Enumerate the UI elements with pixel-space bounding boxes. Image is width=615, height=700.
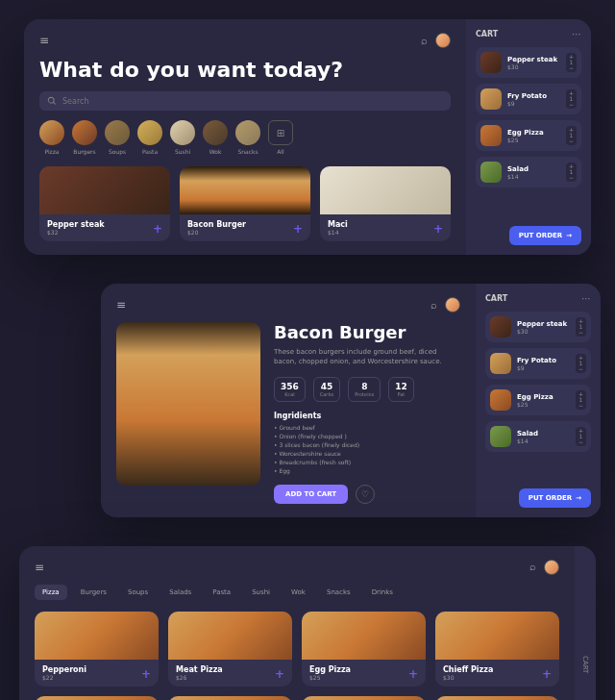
menu-icon[interactable]: ≡: [35, 561, 44, 574]
cart-more-icon[interactable]: ⋯: [572, 29, 581, 39]
quantity-stepper[interactable]: + 1 −: [576, 354, 586, 373]
food-card[interactable]: Montana $28 +: [302, 696, 426, 700]
tab-burgers[interactable]: Burgers: [73, 585, 114, 600]
food-card[interactable]: Four Seasons $24 +: [35, 696, 159, 700]
cart-more-icon[interactable]: ⋯: [581, 293, 591, 304]
put-order-button[interactable]: PUT ORDER→: [509, 226, 581, 245]
ingredient-item: • Onion (finely chopped ): [274, 432, 460, 440]
food-card[interactable]: Home Pizza $20 +: [168, 696, 292, 700]
category-item[interactable]: Sushi: [170, 120, 195, 155]
tab-snacks[interactable]: Snacks: [319, 585, 358, 600]
menu-icon[interactable]: ≡: [39, 34, 49, 47]
add-button[interactable]: +: [408, 667, 418, 681]
cart-item-price: $9: [507, 100, 560, 107]
tab-wok[interactable]: Wok: [283, 585, 313, 600]
search-input-wrapper[interactable]: [39, 91, 451, 111]
ingredient-item: • Ground beef: [274, 423, 460, 432]
tab-pasta[interactable]: Pasta: [205, 585, 238, 600]
card-body: Maci $14 +: [320, 214, 451, 241]
home-main: ≡ ⌕ What do you want today? Pizza Burger…: [24, 19, 466, 255]
card-body: Egg Pizza $25 +: [302, 660, 426, 687]
cart-item-price: $25: [517, 401, 570, 408]
card-price: $26: [176, 674, 223, 681]
search-icon[interactable]: ⌕: [421, 35, 428, 47]
tab-sushi[interactable]: Sushi: [244, 585, 278, 600]
tab-drinks[interactable]: Drinks: [364, 585, 401, 600]
add-button[interactable]: +: [153, 222, 162, 236]
put-order-button[interactable]: PUT ORDER→: [519, 488, 591, 508]
quantity-stepper[interactable]: + 1 −: [576, 390, 586, 410]
ingredient-item: • Worcestershire sauce: [274, 449, 460, 458]
quantity-stepper[interactable]: + 1 −: [566, 53, 577, 72]
category-item[interactable]: Pizza: [39, 120, 64, 155]
minus-icon[interactable]: −: [569, 138, 574, 144]
tab-soups[interactable]: Soups: [120, 585, 156, 600]
detail-main: ≡ ⌕ Bacon Burger These bacon burgers inc…: [101, 284, 476, 517]
category-item[interactable]: Wok: [203, 120, 228, 155]
category-image: [235, 120, 260, 145]
detail-content: Bacon Burger These bacon burgers include…: [116, 322, 460, 504]
card-price: $20: [187, 229, 246, 236]
tab-pizza[interactable]: Pizza: [35, 585, 67, 600]
add-button[interactable]: +: [433, 222, 443, 236]
card-price: $25: [309, 674, 351, 681]
favorite-button[interactable]: ♡: [356, 485, 375, 504]
cart-item-image: [480, 162, 502, 183]
food-card[interactable]: Egg Pizza $25 +: [302, 612, 426, 687]
food-card[interactable]: Bacon Burger $20 +: [180, 166, 310, 241]
category-item[interactable]: Pasta: [137, 120, 162, 155]
add-to-cart-button[interactable]: ADD TO CART: [274, 485, 348, 504]
search-icon[interactable]: ⌕: [529, 561, 536, 573]
cart-list: Pepper steak $30 + 1 − Fry Potato $9 +: [476, 47, 581, 193]
food-card[interactable]: Chieff Pizza $30 +: [435, 612, 559, 687]
food-card[interactable]: Pepper steak $32 +: [39, 166, 170, 241]
category-item[interactable]: Snacks: [235, 120, 260, 155]
ingredients-list: • Ground beef• Onion (finely chopped )• …: [274, 423, 460, 475]
detail-panel: ≡ ⌕ Bacon Burger These bacon burgers inc…: [101, 284, 601, 517]
card-name: Pepper steak: [47, 220, 105, 229]
search-input[interactable]: [62, 97, 443, 106]
minus-icon[interactable]: −: [578, 366, 583, 372]
cart-item-text: Fry Potato $9: [507, 92, 560, 107]
quantity-stepper[interactable]: + 1 −: [566, 126, 577, 145]
tab-salads[interactable]: Salads: [161, 585, 199, 600]
minus-icon[interactable]: −: [578, 403, 583, 409]
minus-icon[interactable]: −: [569, 102, 574, 108]
category-item[interactable]: Burgers: [72, 120, 97, 155]
add-button[interactable]: +: [141, 667, 151, 681]
minus-icon[interactable]: −: [578, 330, 583, 336]
category-item[interactable]: Soups: [105, 120, 130, 155]
quantity-stepper[interactable]: + 1 −: [576, 427, 586, 446]
add-button[interactable]: +: [293, 222, 303, 236]
quantity-stepper[interactable]: + 1 −: [576, 317, 586, 337]
food-card[interactable]: Meat Pizza $26 +: [168, 612, 292, 687]
product-description: These bacon burgers include ground beef,…: [274, 348, 460, 367]
food-card[interactable]: Fish $32 +: [435, 696, 559, 700]
food-card[interactable]: Maci $14 +: [320, 166, 451, 241]
category-label: Pizza: [44, 148, 59, 155]
cart-sidebar-collapsed[interactable]: CART: [575, 546, 596, 700]
card-image: [435, 696, 559, 700]
category-all[interactable]: ⊞ All: [268, 120, 293, 155]
cart-item-text: Pepper steak $30: [507, 56, 560, 70]
avatar[interactable]: [435, 33, 451, 48]
menu-icon[interactable]: ≡: [116, 298, 126, 312]
food-card[interactable]: Pepperoni $22 +: [35, 612, 159, 687]
minus-icon[interactable]: −: [569, 175, 574, 181]
add-button[interactable]: +: [542, 667, 552, 681]
minus-icon[interactable]: −: [578, 439, 583, 445]
minus-icon[interactable]: −: [569, 65, 574, 71]
add-button[interactable]: +: [275, 667, 284, 681]
card-name: Maci: [328, 220, 348, 229]
category-label: All: [277, 148, 283, 155]
search-icon[interactable]: ⌕: [430, 299, 437, 312]
avatar[interactable]: [445, 297, 460, 312]
cart-item-image: [490, 353, 511, 374]
topbar: ≡ ⌕: [116, 297, 460, 312]
avatar[interactable]: [544, 560, 559, 575]
category-image: [39, 120, 64, 145]
card-body: Meat Pizza $26 +: [168, 660, 292, 687]
quantity-stepper[interactable]: + 1 −: [566, 89, 577, 109]
quantity-stepper[interactable]: + 1 −: [566, 162, 577, 182]
browse-panel: ≡ ⌕ PizzaBurgersSoupsSaladsPastaSushiWok…: [19, 546, 596, 700]
